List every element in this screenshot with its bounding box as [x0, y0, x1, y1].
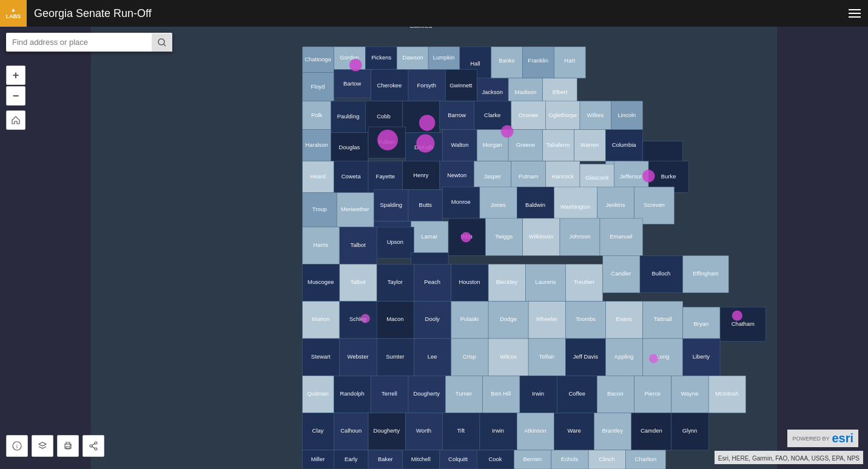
svg-rect-87 [440, 161, 474, 190]
svg-rect-205 [605, 339, 642, 376]
svg-rect-137 [523, 218, 560, 255]
svg-rect-253 [631, 413, 671, 450]
share-button[interactable] [82, 435, 104, 457]
svg-rect-27 [445, 70, 477, 101]
home-button[interactable] [6, 110, 25, 130]
svg-rect-255 [671, 413, 708, 450]
svg-point-293 [70, 445, 71, 446]
share-icon [89, 441, 98, 451]
layers-button[interactable] [32, 435, 53, 457]
svg-rect-231 [671, 376, 708, 413]
svg-rect-197 [451, 339, 488, 376]
svg-point-282 [642, 170, 655, 183]
svg-rect-25 [408, 70, 445, 101]
svg-rect-141 [600, 218, 643, 255]
powered-by-text: POWERED BY [792, 436, 829, 442]
svg-point-296 [95, 448, 97, 450]
svg-rect-107 [408, 190, 443, 221]
svg-rect-193 [377, 339, 414, 376]
svg-rect-151 [451, 264, 488, 301]
svg-point-281 [501, 125, 514, 138]
print-icon [63, 441, 73, 451]
svg-rect-7 [397, 47, 428, 70]
info-button[interactable]: i [6, 435, 28, 457]
svg-rect-275 [625, 450, 665, 469]
svg-rect-267 [477, 450, 514, 469]
svg-rect-57 [331, 132, 368, 164]
print-button[interactable] [57, 435, 79, 457]
svg-rect-143 [303, 264, 340, 301]
svg-rect-167 [340, 302, 377, 339]
svg-rect-81 [334, 161, 368, 193]
svg-rect-227 [597, 376, 634, 413]
svg-rect-199 [488, 339, 528, 376]
svg-rect-243 [443, 413, 480, 450]
svg-rect-229 [634, 376, 671, 413]
svg-rect-225 [557, 376, 597, 413]
svg-rect-159 [603, 255, 640, 292]
svg-point-286 [649, 354, 658, 363]
svg-rect-263 [403, 450, 440, 469]
svg-rect-129 [377, 227, 414, 258]
search-input[interactable] [6, 33, 152, 52]
svg-line-297 [92, 444, 95, 445]
svg-rect-149 [414, 264, 451, 301]
svg-rect-153 [488, 264, 525, 301]
svg-point-279 [419, 115, 435, 130]
svg-rect-269 [514, 450, 551, 469]
svg-rect-67 [508, 130, 543, 161]
svg-rect-113 [443, 187, 480, 218]
svg-rect-35 [303, 101, 331, 130]
menu-button[interactable] [849, 9, 861, 18]
svg-rect-177 [528, 302, 565, 339]
svg-rect-135 [485, 218, 522, 255]
svg-rect-179 [565, 302, 605, 339]
svg-rect-5 [365, 47, 397, 70]
svg-rect-237 [334, 413, 368, 450]
svg-rect-251 [594, 413, 631, 450]
svg-rect-247 [517, 413, 554, 450]
svg-text:i: i [16, 444, 18, 450]
svg-rect-101 [303, 192, 337, 227]
svg-rect-215 [371, 376, 408, 413]
georgia-map-svg: Chattooga Gordon Pickens Dawson Lumpkin … [0, 27, 868, 469]
zoom-out-button[interactable]: − [6, 86, 25, 106]
svg-rect-191 [340, 339, 377, 376]
svg-rect-13 [491, 47, 523, 78]
svg-point-285 [361, 314, 370, 323]
svg-rect-125 [303, 227, 340, 264]
svg-point-280 [349, 59, 362, 72]
svg-rect-1 [303, 47, 334, 72]
map-container[interactable]: Chattooga Gordon Pickens Dawson Lumpkin … [0, 27, 868, 469]
svg-rect-103 [337, 192, 374, 227]
svg-line-288 [164, 44, 166, 46]
svg-rect-169 [377, 302, 414, 339]
app-logo: ▲LABS [0, 0, 27, 27]
svg-rect-165 [303, 302, 340, 339]
svg-rect-47 [511, 101, 546, 130]
app-title: Georgia Senate Run-Off [34, 7, 152, 20]
svg-rect-161 [640, 255, 683, 292]
esri-attribution: Esri, HERE, Garmin, FAO, NOAA, USGS, EPA… [715, 451, 863, 464]
svg-point-284 [732, 311, 742, 321]
svg-rect-261 [368, 450, 403, 469]
svg-line-298 [92, 447, 95, 448]
svg-rect-63 [443, 130, 477, 161]
zoom-in-button[interactable]: + [6, 66, 25, 85]
svg-rect-55 [303, 130, 331, 161]
svg-rect-241 [405, 413, 442, 450]
svg-rect-51 [580, 101, 611, 130]
search-button[interactable] [152, 33, 172, 52]
search-icon [158, 38, 166, 47]
app-header: ▲LABS Georgia Senate Run-Off [0, 0, 868, 27]
svg-rect-43 [440, 101, 474, 130]
svg-rect-219 [445, 376, 482, 413]
svg-rect-17 [554, 47, 586, 78]
svg-rect-147 [377, 264, 414, 301]
svg-rect-223 [520, 376, 557, 413]
svg-rect-257 [303, 450, 334, 469]
svg-rect-209 [683, 339, 720, 376]
svg-rect-259 [334, 450, 368, 469]
svg-rect-157 [565, 264, 602, 301]
svg-rect-207 [643, 339, 683, 376]
